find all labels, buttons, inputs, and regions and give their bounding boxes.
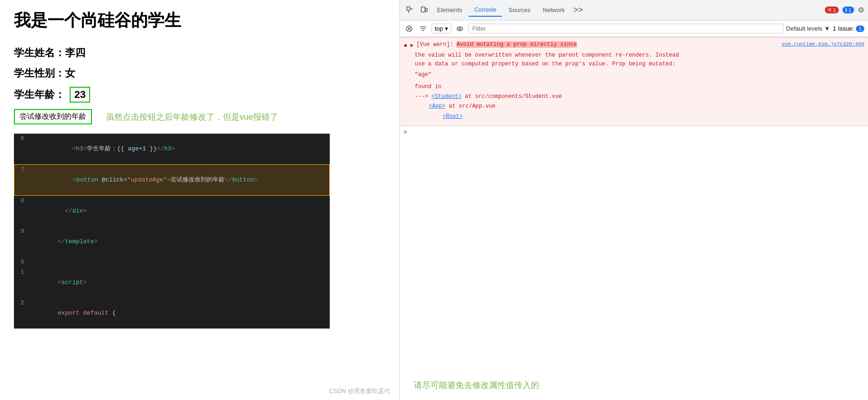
student-component-link[interactable]: <Student> [431,93,462,100]
code-line-1: 1 <script> [14,267,330,298]
annotation-text: 虽然点击按钮之后年龄修改了，但是vue报错了 [106,111,278,123]
device-icon[interactable] [418,4,431,17]
warning-icon-small: ℹ [845,7,847,13]
code-line-7: 7 <button @click="updateAge">尝试修改收到的年龄</… [14,164,330,196]
tab-console[interactable]: Console [469,3,502,17]
chevron-down-icon: ▾ [445,25,448,32]
svg-point-5 [459,28,461,30]
code-line-6: 6 <h3>学生年龄：{{ age+1 }}</h3> [14,134,330,164]
code-line-0a: 0 [14,257,330,267]
warning-badge: ℹ 1 [842,6,854,13]
code-editor: 6 <h3>学生年龄：{{ age+1 }}</h3> 7 <button @c… [14,134,330,329]
expand-icon[interactable]: ▶ [410,42,413,49]
clear-console-button[interactable] [404,23,415,34]
error-line3: "age" [415,71,864,79]
issue-badge: 1 Issue: 1 [833,25,864,32]
code-line-2: 2 export default { [14,298,330,329]
student-gender-label: 学生性别：女 [14,67,75,79]
student-age-value: 23 [70,87,90,103]
issue-count-badge: 1 [856,26,864,32]
tab-elements[interactable]: Elements [431,4,468,16]
found-in: found in [404,84,864,90]
vue-warn-prefix: [Vue warn]: [417,41,457,48]
right-annotation: 请尽可能避免去修改属性值传入的 [400,370,868,400]
code-line-8: 8 </div> [14,196,330,226]
context-selector[interactable]: top ▾ [431,24,451,33]
tab-badges: ✕ 1 ℹ 1 ⚙ [825,6,864,14]
eye-icon[interactable] [454,23,465,34]
left-panel: 我是一个尚硅谷的学生 学生姓名：李四 学生性别：女 学生年龄： 23 尝试修改收… [0,0,399,400]
root-component-link[interactable]: <Root> [443,113,463,120]
watermark: CSDN @黑鱼爱吃孟代 [329,387,390,395]
filter-icon[interactable] [418,23,429,34]
prompt-chevron: > [404,129,407,136]
error-line1: the value will be overwritten whenever t… [415,51,864,60]
svg-rect-1 [421,7,425,12]
console-toolbar: top ▾ Default levels ▼ 1 Issue: 1 [400,20,868,37]
student-age-label: 学生年龄： [14,88,65,102]
page-title: 我是一个尚硅谷的学生 [14,9,385,32]
source-link[interactable]: vue.runtime.esm.js?c320:460 [782,41,864,47]
devtools-panel: Elements Console Sources Network >> ✕ 1 … [399,0,868,400]
console-filter-input[interactable] [468,24,783,33]
error-body: the value will be overwritten whenever t… [404,51,864,80]
prompt-cursor[interactable] [409,129,864,136]
stack-line2: <App> at src/App.vue [415,102,864,112]
error-line2: use a data or computed property based on… [415,60,864,69]
btn-annotation-row: 尝试修改收到的年龄 虽然点击按钮之后年龄修改了，但是vue报错了 [14,109,385,124]
error-highlight-text: Avoid mutating a prop directly since [457,41,577,48]
svg-rect-0 [407,7,410,10]
issue-label: 1 Issue: [833,25,854,32]
tab-more-icon[interactable]: >> [571,5,585,15]
stack-line3: <Root> [415,112,864,122]
app-component-link[interactable]: <App> [429,103,445,110]
tab-sources[interactable]: Sources [503,4,536,16]
warning-count: 1 [848,7,851,13]
tab-network[interactable]: Network [537,4,571,16]
svg-rect-2 [425,8,427,12]
error-circle-icon: ● [404,42,407,49]
settings-icon[interactable]: ⚙ [858,6,864,14]
error-header: ● ▶ [Vue warn]: Avoid mutating a prop di… [404,41,864,49]
error-icon-small: ✕ [828,7,832,13]
console-output: ● ▶ [Vue warn]: Avoid mutating a prop di… [400,37,868,370]
student-gender-row: 学生性别：女 [14,66,385,80]
error-block: ● ▶ [Vue warn]: Avoid mutating a prop di… [400,37,868,126]
context-label: top [435,25,443,32]
error-message: [Vue warn]: Avoid mutating a prop direct… [417,41,864,48]
error-badge: ✕ 1 [825,6,839,13]
console-prompt: > [400,126,868,139]
student-name-label: 学生姓名：李四 [14,47,85,58]
modify-age-button[interactable]: 尝试修改收到的年龄 [14,109,92,124]
default-levels-label: Default levels ▼ [786,25,830,32]
inspect-icon[interactable] [404,4,417,17]
devtools-tab-bar: Elements Console Sources Network >> ✕ 1 … [400,0,868,20]
default-levels: Default levels ▼ [786,25,830,32]
stack-trace: ---> <Student>---> <Student> at src/comp… [404,92,864,122]
stack-line1: ---> <Student>---> <Student> at src/comp… [415,92,864,102]
code-line-9: 9 </template> [14,226,330,257]
student-age-row: 学生年龄： 23 [14,87,385,103]
student-name-row: 学生姓名：李四 [14,46,385,60]
svg-point-4 [457,27,463,31]
error-count: 1 [833,7,836,13]
issue-count: 1 [859,26,861,32]
